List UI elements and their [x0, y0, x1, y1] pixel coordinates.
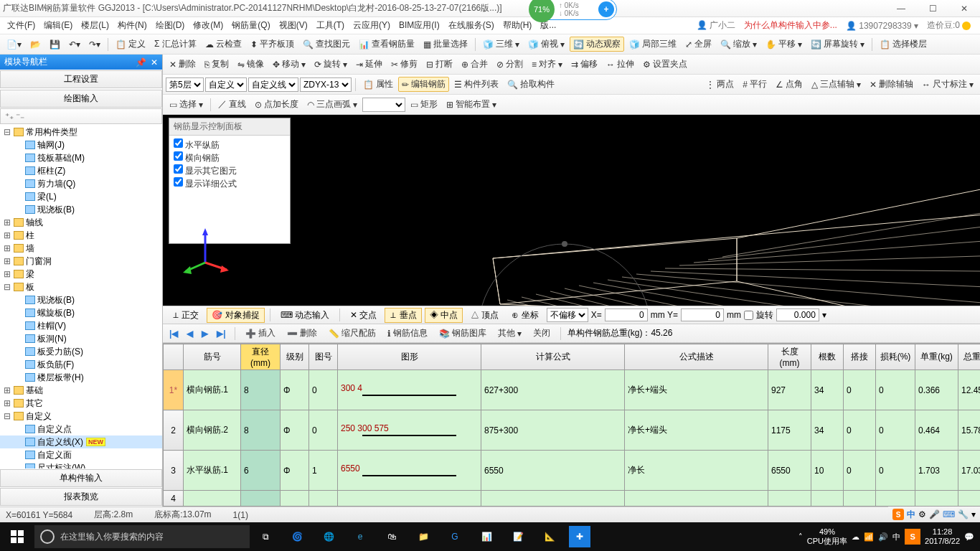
stretch-button[interactable]: ↔ 拉伸	[603, 57, 638, 72]
rebar-info-button[interactable]: ℹ 钢筋信息	[384, 326, 431, 341]
sidebar-tab-settings[interactable]: 工程设置	[0, 70, 162, 88]
tree-item[interactable]: ⊞基础	[0, 384, 162, 397]
tree-item[interactable]: ⊞轴线	[0, 216, 162, 229]
tree-item[interactable]: 板负筋(F)	[0, 358, 162, 371]
taskbar-app-1[interactable]: 🌀	[281, 522, 313, 551]
level-button[interactable]: ⬍ 平齐板顶	[247, 37, 298, 52]
panel-item-2[interactable]: 显示其它图元	[174, 164, 286, 177]
tray-cpu[interactable]: 49%CPU使用率	[807, 527, 847, 546]
split-button[interactable]: ⊘ 分割	[493, 57, 527, 72]
rotate-button[interactable]: ⟳ 旋转 ▾	[311, 57, 351, 72]
close-grid-button[interactable]: 关闭	[529, 326, 554, 341]
tree-item[interactable]: ⊞墙	[0, 242, 162, 255]
scale-button[interactable]: 📏 缩尺配筋	[325, 326, 380, 341]
twopoint-button[interactable]: ⋮ 两点	[702, 77, 738, 92]
ortho-toggle[interactable]: ⊥ 正交	[167, 308, 204, 323]
rebar-grid[interactable]: 筋号直径(mm)级别图号图形计算公式公式描述长度(mm)根数搭接损耗(%)单重(…	[163, 343, 980, 507]
panel-item-3[interactable]: 显示详细公式	[174, 177, 286, 190]
tray-ime-lang[interactable]: 中	[892, 532, 900, 542]
sum-button[interactable]: Σ 汇总计算	[151, 37, 200, 52]
taskbar-app-5[interactable]: 📝	[502, 522, 534, 551]
last-button[interactable]: ▶|	[215, 329, 227, 339]
component-list-button[interactable]: ☰ 构件列表	[451, 77, 502, 92]
taskbar-store[interactable]: 🛍	[376, 522, 407, 551]
taskbar-app-2[interactable]: 🌐	[313, 522, 344, 551]
tree-item[interactable]: 筏板基础(M)	[0, 151, 162, 164]
pan-button[interactable]: ✋ 平移 ▾	[762, 37, 806, 52]
next-button[interactable]: ▶	[199, 329, 210, 339]
menu-cloud[interactable]: 云应用(Y)	[349, 19, 395, 32]
pick-component-button[interactable]: 🔍 拾取构件	[504, 77, 558, 92]
orbit-button[interactable]: 🔄 动态观察	[570, 37, 624, 52]
offset-combo[interactable]: 不偏移	[547, 308, 588, 322]
break-button[interactable]: ⊟ 打断	[423, 57, 456, 72]
mirror-button[interactable]: ⇋ 镜像	[234, 57, 268, 72]
mic-icon[interactable]: 🎤	[929, 509, 940, 519]
tray-notifications-icon[interactable]: 💬	[964, 532, 974, 542]
subcategory-combo[interactable]: 自定义线	[248, 77, 298, 92]
viewport-3d[interactable]: 钢筋显示控制面板 水平纵筋 横向钢筋 显示其它图元 显示详细公式	[163, 115, 980, 306]
tool-icon[interactable]: 🔧	[958, 509, 969, 519]
line-length-tool[interactable]: ⊙ 点加长度	[251, 97, 302, 112]
arc-combo[interactable]	[362, 98, 405, 112]
tree-item[interactable]: 自定义点	[0, 423, 162, 435]
minimize-button[interactable]: —	[885, 0, 917, 17]
tree-item[interactable]: 现浇板(B)	[0, 293, 162, 306]
fullscreen-button[interactable]: ⤢ 全屏	[682, 37, 715, 52]
delete-aux-button[interactable]: ✕ 删除辅轴	[866, 77, 917, 92]
tree-item[interactable]: 楼层板带(H)	[0, 371, 162, 384]
tree-item[interactable]: 螺旋板(B)	[0, 306, 162, 319]
floor-combo[interactable]: 第5层	[166, 77, 204, 92]
pin-icon[interactable]: 📌	[136, 57, 146, 67]
select-tool[interactable]: ▭ 选择 ▾	[166, 97, 207, 112]
3d-button[interactable]: 🧊 三维 ▾	[479, 37, 523, 52]
taskbar-app-7[interactable]: ✚	[569, 526, 590, 547]
tree-item[interactable]: ⊞其它	[0, 397, 162, 410]
move-button[interactable]: ✥ 移动 ▾	[269, 57, 309, 72]
plus-icon[interactable]: +	[598, 1, 614, 17]
tree-item[interactable]: 自定义面	[0, 448, 162, 461]
first-button[interactable]: |◀	[167, 329, 180, 339]
snap-coord[interactable]: ⊕ 坐标	[507, 308, 543, 323]
select-floor-button[interactable]: 📋 选择楼层	[876, 37, 930, 52]
tray-clock[interactable]: 11:282017/8/22	[925, 527, 960, 546]
tree-item[interactable]: 现浇板(B)	[0, 203, 162, 216]
snap-perp[interactable]: ⊥ 垂点	[385, 308, 421, 323]
menu-draw[interactable]: 绘图(D)	[151, 19, 189, 32]
ime-lang[interactable]: 中	[907, 509, 915, 521]
network-widget[interactable]: 71% ↑ 0K/s↓ 0K/s +	[531, 0, 617, 20]
tree-item[interactable]: 板洞(N)	[0, 332, 162, 345]
tree-item[interactable]: 轴网(J)	[0, 138, 162, 151]
sidebar-tab-report[interactable]: 报表预览	[0, 488, 162, 506]
rebar-display-panel[interactable]: 钢筋显示控制面板 水平纵筋 横向钢筋 显示其它图元 显示详细公式	[169, 118, 291, 244]
rect-tool[interactable]: ▭ 矩形	[407, 97, 441, 112]
delete-button[interactable]: ✕ 删除	[166, 57, 199, 72]
settings-icon[interactable]: ⚙	[918, 509, 926, 519]
menu-file[interactable]: 文件(F)	[3, 19, 39, 32]
taskbar-app-3[interactable]: G	[439, 522, 471, 551]
tree-item[interactable]: ⊟常用构件类型	[0, 126, 162, 138]
threepoint-button[interactable]: △ 三点辅轴 ▾	[808, 77, 864, 92]
taskbar-app-6[interactable]: 📐	[534, 522, 565, 551]
merge-button[interactable]: ⊕ 合并	[458, 57, 491, 72]
dimension-button[interactable]: ↔ 尺寸标注 ▾	[918, 77, 977, 92]
tree-item[interactable]: 框柱(Z)	[0, 164, 162, 177]
menu-help[interactable]: 帮助(H)	[499, 19, 537, 32]
tree-item[interactable]: ⊞柱	[0, 229, 162, 242]
menu-floor[interactable]: 楼层(L)	[77, 19, 113, 32]
tree-item[interactable]: 尺寸标注(W)	[0, 461, 162, 468]
snap-vertex[interactable]: △ 顶点	[466, 308, 504, 323]
category-combo[interactable]: 自定义	[205, 77, 247, 92]
rebar-lib-button[interactable]: 📚 钢筋图库	[435, 326, 490, 341]
menu-online[interactable]: 在线服务(S)	[444, 19, 499, 32]
trim-button[interactable]: ✂ 修剪	[387, 57, 421, 72]
sidebar-tab-draw[interactable]: 绘图输入	[0, 90, 162, 108]
tip-link[interactable]: 为什么单构件输入中参...	[740, 19, 842, 32]
extend-button[interactable]: ⇥ 延伸	[352, 57, 386, 72]
keyboard-icon[interactable]: ⌨	[943, 509, 955, 519]
insert-button[interactable]: ➕ 插入	[242, 326, 279, 341]
new-button[interactable]: 📄▾	[3, 38, 25, 51]
top-view-button[interactable]: 🧊 俯视 ▾	[524, 37, 568, 52]
maximize-button[interactable]: ☐	[917, 0, 948, 17]
menu-tools[interactable]: 工具(T)	[312, 19, 349, 32]
